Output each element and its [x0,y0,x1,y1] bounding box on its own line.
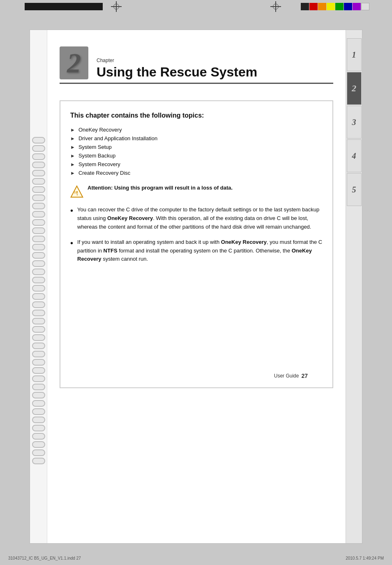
list-item: ► Create Recovery Disc [70,170,323,176]
arrow-icon: ► [70,127,75,133]
spiral-item [32,236,45,242]
tab-2-active: 2 [347,72,362,105]
spiral-item [32,285,45,292]
topics-list: ► OneKey Recovery ► Driver and Applicati… [70,127,323,176]
bullet-icon: • [70,205,73,216]
bullet-icon: • [70,237,73,249]
swatch-green [335,3,344,10]
spiral-item [32,260,45,267]
chapter-label-title: Chapter Using the Rescue System [97,58,257,79]
spiral-item [32,375,45,382]
printer-marks-top [0,0,392,13]
list-item: ► System Setup [70,144,323,150]
swatch-cyan [309,3,318,10]
list-item: ► OneKey Recovery [70,127,323,133]
spiral-item [32,178,45,185]
spiral-item [32,293,45,300]
chapter-header: 2 Chapter Using the Rescue System [60,46,333,84]
bottom-filename: 31043712_IC B5_UG_EN_V1.1.indd 27 [8,556,81,560]
spiral-item [32,351,45,357]
spiral-item [32,211,45,218]
tab-3: 3 [347,106,362,139]
page-footer: User Guide 27 [274,373,308,379]
spiral-item [32,244,45,250]
main-content-area: 2 Chapter Using the Rescue System This c… [47,30,346,543]
page-content: 2 Chapter Using the Rescue System This c… [30,30,362,544]
spiral-item [32,195,45,201]
color-swatches-top [301,3,369,10]
bullet-item-1: • You can recover the C drive of the com… [70,206,323,231]
spiral-strip [30,30,47,543]
arrow-icon: ► [70,153,75,159]
svg-text:§§: §§ [74,190,77,194]
crosshair-left [111,1,122,12]
spiral-item [32,227,45,234]
footer-label: User Guide [274,373,299,379]
spiral-item [32,458,45,464]
swatch-magenta [318,3,326,10]
topics-heading: This chapter contains the following topi… [70,111,323,120]
bullet-text-2: If you want to install an operating syst… [77,238,323,264]
spiral-item [32,186,45,193]
chapter-title: Using the Rescue System [97,65,257,79]
spiral-item [32,269,45,275]
printer-black-bar [25,3,103,10]
spiral-item [32,162,45,168]
spiral-item [32,392,45,398]
chapter-number-block: 2 [60,46,88,79]
spiral-item [32,384,45,390]
crosshair-right [270,1,281,12]
tab-1: 1 [347,38,362,71]
list-item: ► Driver and Application Installation [70,135,323,141]
warning-bold-text: Attention: Using this program will resul… [88,185,233,191]
spiral-item [32,343,45,349]
spiral-item [32,301,45,308]
chapter-label: Chapter [97,58,257,63]
tab-4: 4 [347,139,362,172]
spiral-item [32,441,45,448]
bullet-text-1: You can recover the C drive of the compu… [77,206,323,231]
footer-page: 27 [301,373,308,379]
spiral-item [32,326,45,333]
chapter-tabs: 1 2 3 4 5 [346,30,362,543]
swatch-light [361,3,369,10]
bottom-info: 2010.5.7 1:49:24 PM [346,556,384,560]
arrow-icon: ► [70,162,75,167]
spiral-item [32,318,45,324]
arrow-icon: ► [70,136,75,141]
spiral-item [32,219,45,226]
warning-text: Attention: Using this program will resul… [88,184,233,192]
spiral-item [32,417,45,423]
swatch-purple [353,3,361,10]
swatch-black [301,3,309,10]
list-item: ► System Backup [70,153,323,159]
spiral-item [32,400,45,407]
spiral-item [32,145,45,152]
spiral-item [32,425,45,431]
spiral-item [32,359,45,366]
warning-icon: ! §§ [70,185,83,198]
spiral-item [32,170,45,176]
bullet-item-2: • If you want to install an operating sy… [70,238,323,264]
spiral-item [32,203,45,209]
list-item: ► System Recovery [70,161,323,167]
content-box: This chapter contains the following topi… [60,100,333,388]
swatch-yellow [327,3,335,10]
warning-box: ! §§ Attention: Using this program will … [70,184,323,198]
spiral-item [32,334,45,341]
spiral-item [32,252,45,259]
arrow-icon: ► [70,170,75,176]
tab-5: 5 [347,173,362,206]
page-wrapper: 2 Chapter Using the Rescue System This c… [0,0,392,565]
spiral-item [32,433,45,440]
arrow-icon: ► [70,144,75,150]
swatch-blue [344,3,352,10]
spiral-item [32,449,45,456]
chapter-number: 2 [67,49,81,77]
spiral-item [32,310,45,316]
bottom-strip: 31043712_IC B5_UG_EN_V1.1.indd 27 2010.5… [0,552,392,564]
spiral-item [32,277,45,283]
spiral-item [32,137,45,144]
spiral-item [32,408,45,415]
spiral-item [32,153,45,160]
